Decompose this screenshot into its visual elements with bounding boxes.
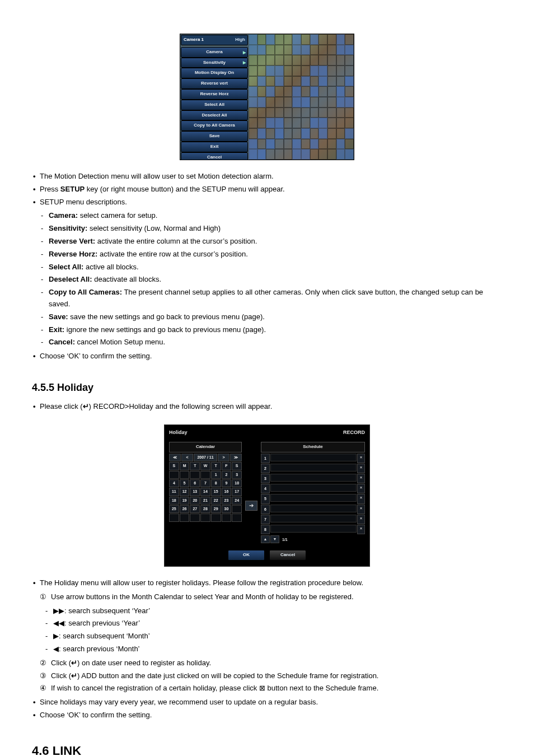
schedule-delete-button[interactable]: × [357,494,365,503]
schedule-delete-button[interactable]: × [357,484,365,493]
motion-grid-cell[interactable] [275,118,284,128]
schedule-delete-button[interactable]: × [357,464,365,473]
calendar-day-cell[interactable]: 12 [180,488,190,496]
schedule-delete-button[interactable]: × [357,474,365,483]
motion-grid-cell[interactable] [284,149,293,160]
motion-grid-cell[interactable] [257,76,266,87]
motion-grid-cell[interactable] [249,97,257,108]
motion-grid-cell[interactable] [301,149,310,160]
motion-grid-cell[interactable] [310,34,319,45]
menu-reverse-horz[interactable]: Reverse Horz [181,89,248,100]
motion-grid-cell[interactable] [310,97,319,108]
calendar-day-cell[interactable]: 11 [169,488,179,496]
menu-reverse-vert[interactable]: Reverse vert [181,78,248,89]
motion-grid-cell[interactable] [275,149,284,160]
motion-grid-cell[interactable] [345,86,354,97]
motion-grid-cell[interactable] [336,86,345,97]
calendar-day-cell[interactable]: 14 [200,488,210,496]
motion-grid-cell[interactable] [336,66,345,76]
motion-grid-cell[interactable] [301,34,310,45]
schedule-value[interactable] [270,505,357,512]
calendar-day-cell[interactable]: 1 [211,471,221,479]
motion-grid-cell[interactable] [327,34,336,45]
motion-grid-cell[interactable] [292,139,301,150]
schedule-delete-button[interactable]: × [357,515,365,524]
menu-cancel[interactable]: Cancel [181,152,248,160]
motion-grid-cell[interactable] [275,55,284,66]
motion-grid-cell[interactable] [249,55,257,66]
motion-grid-cell[interactable] [249,45,257,55]
motion-grid-cell[interactable] [345,76,354,87]
motion-grid-cell[interactable] [310,86,319,97]
schedule-value[interactable] [270,515,357,522]
calendar-day-cell[interactable]: 24 [232,497,242,505]
motion-grid-cell[interactable] [327,139,336,150]
motion-grid-cell[interactable] [266,55,275,66]
motion-grid-cell[interactable] [345,66,354,76]
motion-grid-cell[interactable] [249,128,257,139]
motion-grid-cell[interactable] [249,76,257,87]
motion-grid-cell[interactable] [318,45,327,55]
motion-grid-cell[interactable] [275,34,284,45]
motion-grid-cell[interactable] [284,66,293,76]
motion-grid-cell[interactable] [318,139,327,150]
schedule-delete-button[interactable]: × [357,525,365,534]
calendar-day-cell[interactable]: 30 [222,505,232,513]
motion-grid-cell[interactable] [257,128,266,139]
motion-grid-cell[interactable] [336,55,345,66]
motion-grid-cell[interactable] [266,45,275,55]
motion-grid-cell[interactable] [327,108,336,118]
motion-grid-cell[interactable] [292,86,301,97]
motion-grid-cell[interactable] [327,149,336,160]
motion-grid-cell[interactable] [310,108,319,118]
motion-grid-cell[interactable] [345,55,354,66]
motion-grid-cell[interactable] [318,149,327,160]
motion-grid-cell[interactable] [284,76,293,87]
motion-grid-cell[interactable] [275,86,284,97]
menu-select-all[interactable]: Select All [181,100,248,110]
motion-grid-cell[interactable] [284,97,293,108]
motion-grid-cell[interactable] [336,118,345,128]
motion-grid-cell[interactable] [301,86,310,97]
motion-grid-cell[interactable] [284,118,293,128]
motion-grid-cell[interactable] [284,128,293,139]
motion-grid-cell[interactable] [345,118,354,128]
calendar-day-cell[interactable]: 2 [222,471,232,479]
calendar-day-cell[interactable]: 17 [232,488,242,496]
motion-grid-cell[interactable] [327,97,336,108]
next-year-button[interactable]: ≫ [230,454,242,461]
page-down-button[interactable]: ▼ [270,535,279,543]
schedule-value[interactable] [270,454,357,461]
motion-grid-cell[interactable] [284,86,293,97]
calendar-day-cell[interactable]: 8 [211,479,221,487]
calendar-day-cell[interactable]: 3 [232,471,242,479]
calendar-day-cell[interactable]: 16 [222,488,232,496]
motion-grid-cell[interactable] [249,66,257,76]
motion-grid-cell[interactable] [327,128,336,139]
motion-grid-cell[interactable] [266,34,275,45]
motion-grid-cell[interactable] [257,149,266,160]
motion-grid-cell[interactable] [336,108,345,118]
motion-grid-cell[interactable] [310,139,319,150]
motion-grid-cell[interactable] [266,118,275,128]
motion-grid-cell[interactable] [257,55,266,66]
motion-grid-cell[interactable] [249,34,257,45]
motion-grid-cell[interactable] [318,128,327,139]
motion-grid-cell[interactable] [292,66,301,76]
motion-grid-cell[interactable] [310,76,319,87]
motion-grid-cell[interactable] [327,55,336,66]
motion-grid-cell[interactable] [301,45,310,55]
motion-grid-cell[interactable] [301,55,310,66]
motion-grid-cell[interactable] [284,55,293,66]
calendar-day-cell[interactable]: 7 [200,479,210,487]
motion-grid-cell[interactable] [336,139,345,150]
motion-grid-cell[interactable] [318,66,327,76]
prev-year-button[interactable]: ≪ [169,454,181,461]
motion-grid-cell[interactable] [336,34,345,45]
motion-grid-cell[interactable] [292,34,301,45]
motion-grid-cell[interactable] [275,45,284,55]
calendar-day-cell[interactable]: 25 [169,505,179,513]
motion-grid-cell[interactable] [327,45,336,55]
motion-grid-cell[interactable] [249,108,257,118]
motion-grid-cell[interactable] [257,66,266,76]
